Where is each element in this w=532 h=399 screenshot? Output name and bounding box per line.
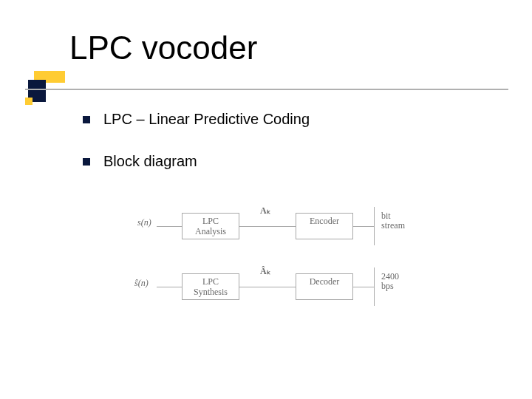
output-signal-label: ŝ(n) [134,278,149,289]
arrow [239,226,296,227]
rate-bar [374,267,375,306]
bullet-text: Block diagram [103,153,197,170]
lpc-analysis-block: LPCAnalysis [182,213,239,239]
title-decoration [25,71,69,111]
arrow [157,226,182,227]
arrow [239,287,296,287]
bitstream-bar [374,207,375,245]
deco-bar-small [25,98,33,105]
bullet-item: Block diagram [83,153,497,170]
bitrate-label: 2400bps [381,272,399,290]
bullet-list: LPC – Linear Predictive Coding Block dia… [83,111,497,195]
arrow [157,287,182,287]
arrow [353,226,374,227]
block-diagram: s(n) LPCAnalysis Aₖ Encoder bitstream ŝ(… [133,207,414,309]
decoder-block: Decoder [296,273,353,300]
diagram-row-bottom: ŝ(n) LPCSynthesis Âₖ Decoder 2400bps [133,267,414,309]
coeff-label: Aₖ [260,205,270,216]
diagram-row-gap [133,248,414,267]
bullet-text: LPC – Linear Predictive Coding [103,111,310,128]
arrow [353,287,374,287]
title-underline [25,89,508,90]
bitstream-label: bitstream [381,211,405,230]
encoder-block: Encoder [296,213,353,239]
coeff-hat-label: Âₖ [260,266,270,277]
bullet-icon [83,158,90,166]
slide: LPC vocoder LPC – Linear Predictive Codi… [0,0,532,399]
bullet-icon [83,116,90,123]
input-signal-label: s(n) [137,217,151,228]
lpc-synthesis-block: LPCSynthesis [182,273,239,300]
diagram-row-top: s(n) LPCAnalysis Aₖ Encoder bitstream [133,207,414,248]
bullet-item: LPC – Linear Predictive Coding [83,111,497,128]
slide-title: LPC vocoder [69,30,257,66]
